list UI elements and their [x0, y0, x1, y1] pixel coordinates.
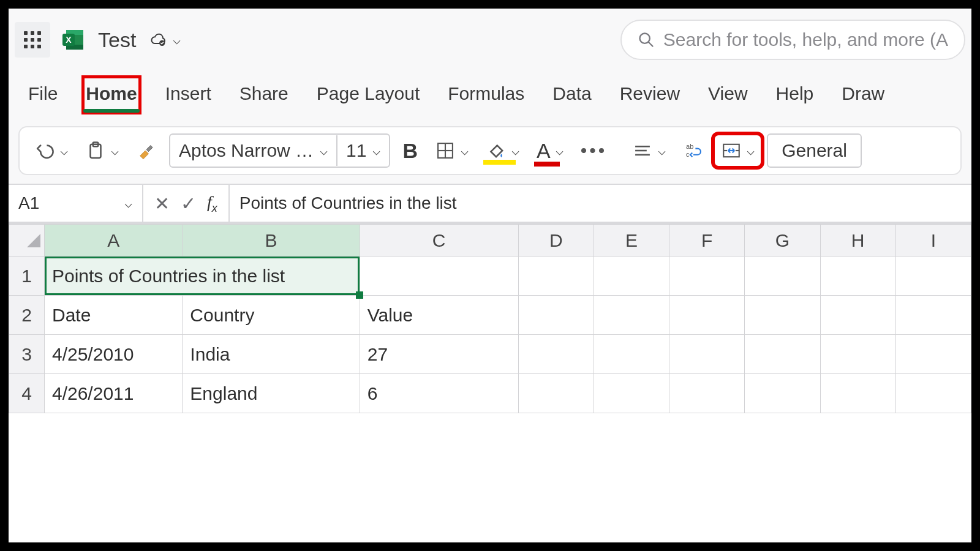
- col-header-G[interactable]: G: [745, 225, 820, 257]
- bold-icon: B: [402, 139, 418, 163]
- cell-I3[interactable]: [895, 335, 971, 374]
- cell-A1-merged[interactable]: Points of Countries in the list: [44, 257, 360, 296]
- format-painter-button[interactable]: [131, 137, 162, 165]
- cell-I4[interactable]: [895, 374, 971, 413]
- tab-formulas[interactable]: Formulas: [445, 77, 527, 113]
- select-all-corner[interactable]: [9, 225, 45, 257]
- title-bar: X Test ⌵ Search for tools, help, and mor…: [9, 9, 971, 77]
- col-header-I[interactable]: I: [895, 225, 971, 257]
- tab-review[interactable]: Review: [617, 77, 682, 113]
- borders-button[interactable]: ⌵: [430, 137, 473, 165]
- chevron-down-icon: ⌵: [747, 143, 755, 159]
- cell-D1[interactable]: [518, 257, 594, 296]
- tab-file[interactable]: File: [26, 77, 60, 113]
- paste-button[interactable]: ⌵: [80, 137, 124, 165]
- cell-E4[interactable]: [594, 374, 669, 413]
- cell-H3[interactable]: [820, 335, 895, 374]
- col-header-B[interactable]: B: [183, 225, 360, 257]
- more-font-button[interactable]: •••: [576, 137, 612, 165]
- spreadsheet-grid[interactable]: A B C D E F G H I 1 Points of Countries …: [9, 223, 971, 542]
- tab-insert[interactable]: Insert: [163, 77, 214, 113]
- font-name-dropdown[interactable]: Aptos Narrow … ⌵: [170, 135, 337, 166]
- cell-I1[interactable]: [895, 257, 971, 296]
- align-button[interactable]: ⌵: [627, 137, 671, 165]
- cell-E3[interactable]: [594, 335, 669, 374]
- cell-B2[interactable]: Country: [183, 296, 360, 335]
- name-box[interactable]: A1 ⌵: [9, 185, 143, 222]
- tab-page-layout[interactable]: Page Layout: [314, 77, 422, 113]
- document-title[interactable]: Test: [98, 28, 136, 52]
- formula-input[interactable]: Points of Countries in the list: [230, 193, 971, 213]
- search-box[interactable]: Search for tools, help, and more (A: [620, 20, 965, 60]
- number-format-dropdown[interactable]: General: [767, 133, 862, 168]
- tab-draw[interactable]: Draw: [839, 77, 887, 113]
- row-header-1[interactable]: 1: [9, 257, 45, 296]
- cell-C2[interactable]: Value: [360, 296, 518, 335]
- col-header-C[interactable]: C: [360, 225, 518, 257]
- cell-C4[interactable]: 6: [360, 374, 518, 413]
- cell-D3[interactable]: [518, 335, 594, 374]
- cell-C3[interactable]: 27: [360, 335, 518, 374]
- fill-color-button[interactable]: ⌵: [481, 137, 524, 165]
- cell-H2[interactable]: [820, 296, 895, 335]
- fx-icon[interactable]: fx: [207, 192, 217, 215]
- cell-E1[interactable]: [594, 257, 669, 296]
- autosave-status[interactable]: ⌵: [148, 30, 181, 50]
- cell-D2[interactable]: [518, 296, 594, 335]
- cell-F4[interactable]: [669, 374, 745, 413]
- cell-C1[interactable]: [360, 257, 518, 296]
- row-header-2[interactable]: 2: [9, 296, 45, 335]
- chevron-down-icon: ⌵: [556, 143, 564, 159]
- cell-G3[interactable]: [745, 335, 820, 374]
- tab-view[interactable]: View: [706, 77, 750, 113]
- app-launcher-icon[interactable]: [15, 22, 50, 58]
- tab-share[interactable]: Share: [237, 77, 291, 113]
- tab-help[interactable]: Help: [774, 77, 816, 113]
- col-header-A[interactable]: A: [44, 225, 182, 257]
- chevron-down-icon: ⌵: [173, 32, 181, 48]
- bold-button[interactable]: B: [398, 135, 423, 167]
- cell-A1-value: Points of Countries in the list: [52, 266, 285, 286]
- col-header-H[interactable]: H: [820, 225, 895, 257]
- cell-G2[interactable]: [745, 296, 820, 335]
- cell-G1[interactable]: [745, 257, 820, 296]
- undo-button[interactable]: ⌵: [29, 137, 73, 165]
- col-header-D[interactable]: D: [518, 225, 594, 257]
- undo-icon: [34, 140, 55, 161]
- tab-home[interactable]: Home: [83, 77, 139, 113]
- row-header-4[interactable]: 4: [9, 374, 45, 413]
- row-header-3[interactable]: 3: [9, 335, 45, 374]
- col-header-E[interactable]: E: [594, 225, 669, 257]
- cell-H4[interactable]: [820, 374, 895, 413]
- font-size-dropdown[interactable]: 11 ⌵: [337, 135, 389, 166]
- cell-H1[interactable]: [820, 257, 895, 296]
- merge-center-button[interactable]: ⌵: [716, 137, 760, 165]
- merge-cells-icon: [721, 140, 742, 161]
- font-color-button[interactable]: A ⌵: [532, 135, 568, 167]
- tab-data[interactable]: Data: [550, 77, 594, 113]
- cell-G4[interactable]: [745, 374, 820, 413]
- fill-handle[interactable]: [356, 291, 363, 299]
- cell-B3[interactable]: India: [183, 335, 360, 374]
- row-3: 3 4/25/2010 India 27: [9, 335, 971, 374]
- font-name-label: Aptos Narrow …: [179, 140, 314, 161]
- cell-F3[interactable]: [669, 335, 745, 374]
- font-size-label: 11: [346, 140, 366, 161]
- enter-icon[interactable]: ✓: [181, 193, 196, 214]
- clipboard-icon: [85, 140, 106, 161]
- chevron-down-icon: ⌵: [372, 143, 380, 159]
- cell-B4[interactable]: England: [183, 374, 360, 413]
- col-header-F[interactable]: F: [669, 225, 745, 257]
- cell-A2[interactable]: Date: [44, 296, 182, 335]
- font-picker[interactable]: Aptos Narrow … ⌵ 11 ⌵: [169, 133, 390, 168]
- align-icon: [632, 140, 653, 161]
- cell-A3[interactable]: 4/25/2010: [44, 335, 182, 374]
- cell-E2[interactable]: [594, 296, 669, 335]
- cell-F1[interactable]: [669, 257, 745, 296]
- cell-I2[interactable]: [895, 296, 971, 335]
- wrap-text-button[interactable]: ab c: [678, 137, 709, 165]
- cancel-icon[interactable]: ✕: [154, 193, 170, 214]
- cell-A4[interactable]: 4/26/2011: [44, 374, 182, 413]
- cell-D4[interactable]: [518, 374, 594, 413]
- cell-F2[interactable]: [669, 296, 745, 335]
